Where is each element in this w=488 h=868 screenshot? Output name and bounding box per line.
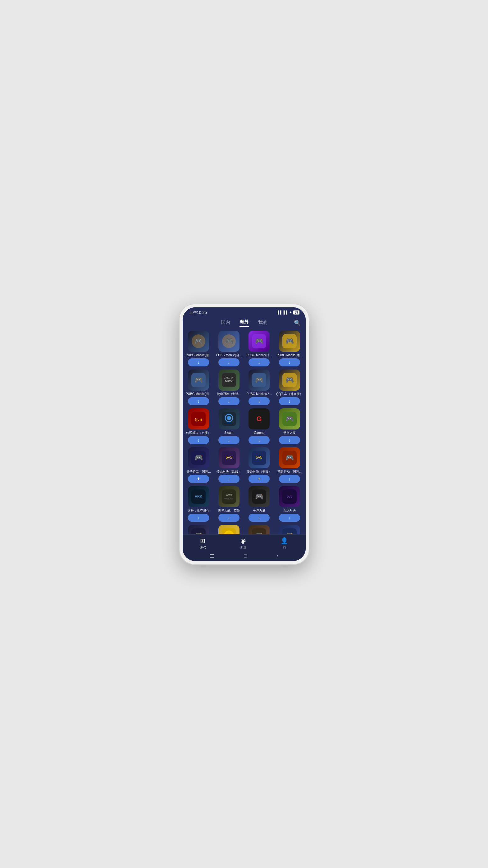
bottom-nav-mine[interactable]: 👤 我: [281, 537, 288, 550]
game-name: 量子特工（国际...: [185, 470, 213, 474]
back-button[interactable]: ‹: [276, 553, 278, 559]
game-icon: 5v5: [279, 486, 300, 507]
search-icon[interactable]: 🔍: [294, 319, 301, 326]
svg-text:🎮: 🎮: [194, 531, 203, 534]
game-name: Garena: [246, 431, 273, 435]
download-button[interactable]: ↓: [249, 358, 270, 366]
menu-button[interactable]: ☰: [210, 553, 214, 559]
tab-domestic[interactable]: 国内: [221, 319, 230, 327]
list-item: 5v5 传说对决（台服） ↓: [185, 408, 213, 444]
svg-text:🎮: 🎮: [194, 376, 203, 384]
bottom-nav-games[interactable]: ⊞ 游戏: [200, 537, 206, 550]
download-button[interactable]: ↓: [279, 475, 300, 483]
list-item: 🎮: [185, 525, 213, 534]
download-button[interactable]: ↓: [279, 514, 300, 522]
games-icon: ⊞: [200, 537, 205, 545]
svg-text:5v5: 5v5: [287, 494, 292, 498]
download-button[interactable]: ↓: [218, 397, 239, 405]
game-icon: 🎮: [279, 331, 300, 352]
list-item: 🎮: [276, 525, 303, 534]
tab-mine[interactable]: 我的: [258, 319, 267, 327]
game-icon: [218, 525, 239, 534]
game-name: 传说对决（欧服）: [215, 470, 242, 474]
home-button[interactable]: □: [244, 553, 247, 559]
games-label: 游戏: [200, 545, 206, 550]
tab-overseas[interactable]: 海外: [239, 319, 249, 327]
add-button[interactable]: +: [188, 475, 209, 483]
mine-label: 我: [283, 545, 286, 550]
game-icon: 🎮: [188, 525, 209, 534]
game-icon: 🎮: [279, 525, 300, 534]
list-item: ARK 方舟：生存进化 ↓: [185, 486, 213, 522]
list-item: [215, 525, 242, 534]
bottom-nav-speed[interactable]: ◉ 加速: [240, 537, 246, 550]
download-button[interactable]: ↓: [249, 397, 270, 405]
game-icon: ARK: [188, 486, 209, 507]
game-icon: WWIIHEROES: [218, 486, 239, 507]
add-button[interactable]: +: [249, 475, 270, 483]
mine-icon: 👤: [281, 537, 288, 545]
game-icon: 5v5: [249, 447, 270, 468]
game-icon: 🎮: [279, 447, 300, 468]
svg-text:5v5: 5v5: [226, 455, 232, 460]
android-nav: ☰ □ ‹: [183, 551, 306, 561]
steam-game-icon: [218, 408, 239, 430]
svg-text:DUTY.: DUTY.: [225, 380, 233, 383]
bottom-nav: ⊞ 游戏 ◉ 加速 👤 我: [183, 534, 306, 551]
download-button[interactable]: ↓: [279, 436, 300, 444]
svg-text:ARK: ARK: [195, 494, 202, 498]
download-button[interactable]: ↓: [218, 436, 239, 444]
svg-text:5v5: 5v5: [256, 455, 262, 460]
download-button[interactable]: ↓: [249, 436, 270, 444]
download-button[interactable]: ↓: [188, 397, 209, 405]
list-item: 🎮 PUBG Mobile(国... ↓: [185, 331, 213, 366]
list-item: Steam ↓: [215, 408, 242, 444]
download-button[interactable]: ↓: [218, 475, 239, 483]
download-button[interactable]: ↓: [279, 397, 300, 405]
nav-tabs: 国内 海外 我的 🔍: [183, 317, 306, 328]
game-name: 传说对决（台服）: [185, 431, 213, 435]
battery-icon: 59: [293, 310, 299, 314]
list-item: 🎮 QQ飞车（越南服） ↓: [276, 370, 303, 405]
svg-text:WWII: WWII: [226, 494, 232, 496]
phone-screen: 上午10:25 ▌▌ ▌▌ ✦ 59 国内 海外 我的 🔍 🎮 PUBG Mob…: [183, 307, 306, 561]
status-time: 上午10:25: [189, 310, 207, 315]
game-icon: 🎮: [249, 370, 270, 391]
game-name: PUBG Mobile(台...: [215, 353, 242, 357]
download-button[interactable]: ↓: [188, 514, 209, 522]
svg-text:🎮: 🎮: [255, 492, 264, 501]
svg-text:🎮: 🎮: [255, 531, 264, 534]
download-button[interactable]: ↓: [218, 514, 239, 522]
svg-text:5v5: 5v5: [195, 417, 202, 422]
game-icon: 5v5: [218, 447, 239, 468]
download-button[interactable]: ↓: [188, 436, 209, 444]
content-area: 🎮 PUBG Mobile(国... ↓ 🎮 PUBG Mobile(台... …: [183, 328, 306, 534]
list-item: 🎮: [246, 525, 273, 534]
svg-text:🎮: 🎮: [255, 376, 264, 384]
game-name: PUBG Mobile(国...: [185, 353, 213, 357]
download-button[interactable]: ↓: [218, 358, 239, 366]
game-icon: 🎮: [188, 331, 209, 352]
list-item: 🎮 子弹力量 ↓: [246, 486, 273, 522]
game-name: 使命召唤（测试...: [215, 392, 242, 396]
download-button[interactable]: ↓: [249, 514, 270, 522]
svg-text:🎮: 🎮: [225, 337, 233, 345]
svg-text:🎮: 🎮: [285, 337, 294, 345]
list-item: 5v5 传说对决（欧服） ↓: [215, 447, 242, 483]
list-item: WWIIHEROES 世界大战：英雄 ↓: [215, 486, 242, 522]
download-button[interactable]: ↓: [279, 358, 300, 366]
svg-text:🎮: 🎮: [285, 454, 294, 462]
game-icon: 🎮: [249, 331, 270, 352]
download-button[interactable]: ↓: [188, 358, 209, 366]
svg-text:HEROES: HEROES: [224, 498, 234, 500]
svg-text:🎮: 🎮: [194, 337, 203, 345]
list-item: 5v5 传说对决（美服） +: [246, 447, 273, 483]
game-icon: 🎮: [279, 408, 300, 430]
list-item: 5v5 无尽对决 ↓: [276, 486, 303, 522]
list-item: G Garena ↓: [246, 408, 273, 444]
list-item: 🎮 PUBG Mobile(测... ↓: [185, 370, 213, 405]
game-name: PUBG Mobile(轻...: [246, 392, 273, 396]
game-grid: 🎮 PUBG Mobile(国... ↓ 🎮 PUBG Mobile(台... …: [185, 331, 303, 534]
status-icons: ▌▌ ▌▌ ✦ 59: [278, 310, 299, 314]
svg-text:🎮: 🎮: [285, 531, 294, 534]
